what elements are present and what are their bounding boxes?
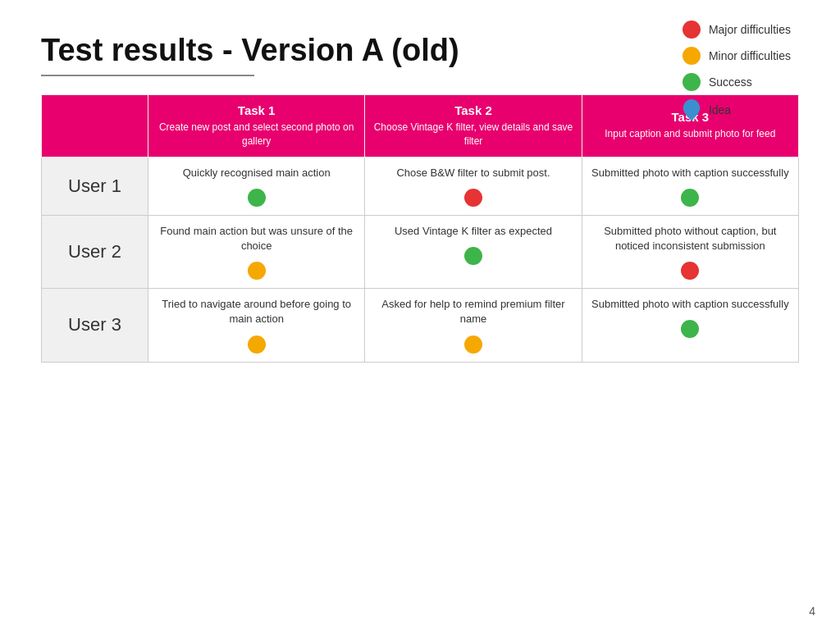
success-label: Success	[709, 75, 752, 89]
dot-yellow-user3-task1	[248, 336, 266, 354]
idea-icon	[682, 99, 701, 121]
cell-user1-task3: Submitted photo with caption successfull…	[582, 157, 798, 215]
dot-green-user1-task3	[681, 189, 699, 207]
table-row: User 2Found main action but was unsure o…	[42, 215, 799, 288]
legend-success: Success	[682, 73, 791, 91]
page-number: 4	[809, 605, 815, 618]
table-row: User 3Tried to navigate around before go…	[42, 289, 799, 362]
cell-user3-task1: Tried to navigate around before going to…	[148, 289, 365, 362]
user-label-1: User 1	[42, 157, 148, 215]
dot-red-user2-task3	[681, 262, 699, 280]
cell-user2-task2: Used Vintage K filter as expected	[365, 215, 582, 288]
minor-difficulties-label: Minor difficulties	[709, 49, 791, 62]
user-label-3: User 3	[42, 289, 148, 362]
table-header-task1: Task 1 Create new post and select second…	[148, 95, 365, 158]
cell-text-user2-task1: Found main action but was unsure of the …	[155, 224, 358, 253]
dot-red-user1-task2	[464, 189, 482, 207]
cell-text-user3-task1: Tried to navigate around before going to…	[155, 297, 358, 326]
task3-desc: Input caption and submit photo for feed	[605, 128, 775, 139]
legend-major-difficulties: Major difficulties	[682, 21, 791, 39]
success-dot	[682, 73, 701, 91]
cell-text-user1-task3: Submitted photo with caption successfull…	[591, 166, 789, 180]
cell-text-user2-task3: Submitted photo without caption, but not…	[589, 224, 792, 253]
task1-title: Task 1	[155, 103, 358, 117]
cell-text-user3-task2: Asked for help to remind premium filter …	[372, 297, 574, 326]
legend-minor-difficulties: Minor difficulties	[682, 47, 791, 65]
dot-yellow-user2-task1	[248, 262, 266, 280]
task2-title: Task 2	[372, 103, 574, 117]
cell-user3-task2: Asked for help to remind premium filter …	[365, 289, 582, 362]
idea-label: Idea	[709, 103, 731, 116]
table-header-empty	[42, 95, 148, 158]
cell-user2-task3: Submitted photo without caption, but not…	[582, 215, 798, 288]
cell-text-user1-task1: Quickly recognised main action	[183, 166, 331, 180]
task2-desc: Choose Vintage K filter, view details an…	[374, 121, 573, 147]
cell-user3-task3: Submitted photo with caption successfull…	[582, 289, 798, 362]
dot-green-user1-task1	[248, 189, 266, 207]
legend: Major difficulties Minor difficulties Su…	[682, 21, 791, 121]
cell-user1-task1: Quickly recognised main action	[148, 157, 365, 215]
cell-text-user2-task2: Used Vintage K filter as expected	[395, 224, 552, 239]
user-label-2: User 2	[42, 215, 148, 288]
dot-green-user2-task2	[464, 247, 482, 265]
cell-user2-task1: Found main action but was unsure of the …	[148, 215, 365, 288]
cell-text-user1-task2: Chose B&W filter to submit post.	[396, 166, 550, 180]
major-difficulties-label: Major difficulties	[709, 23, 791, 36]
legend-idea: Idea	[682, 99, 791, 121]
dot-green-user3-task3	[681, 320, 699, 338]
cell-user1-task2: Chose B&W filter to submit post.	[365, 157, 582, 215]
dot-yellow-user3-task2	[464, 336, 482, 354]
cell-text-user3-task3: Submitted photo with caption successfull…	[591, 297, 789, 312]
table-header-task2: Task 2 Choose Vintage K filter, view det…	[365, 95, 582, 158]
page: Major difficulties Minor difficulties Su…	[0, 0, 840, 630]
table-row: User 1Quickly recognised main actionChos…	[42, 157, 799, 215]
title-underline	[41, 75, 254, 76]
minor-difficulties-dot	[682, 47, 701, 65]
results-table: Task 1 Create new post and select second…	[41, 94, 799, 363]
major-difficulties-dot	[682, 21, 701, 39]
task1-desc: Create new post and select second photo …	[159, 121, 354, 147]
